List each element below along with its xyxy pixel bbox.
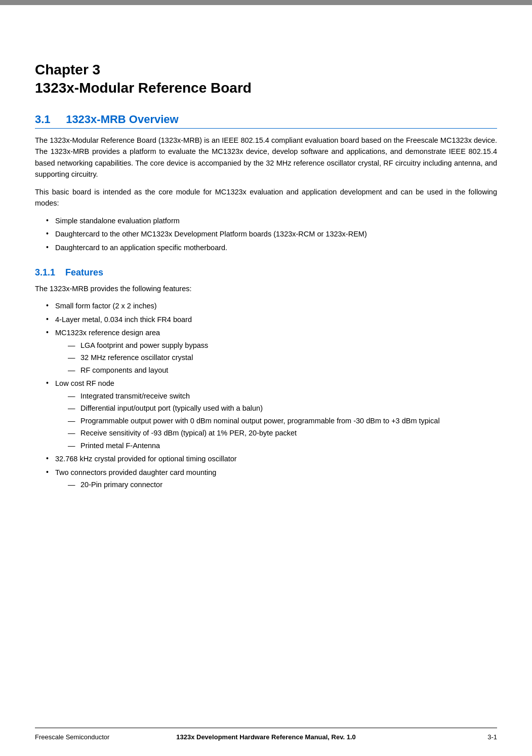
chapter-title-line1: Chapter 3 <box>35 61 497 79</box>
sub-list: 20-Pin primary connector <box>65 479 497 490</box>
section-3-1-paragraph1: The 1323x-Modular Reference Board (1323x… <box>35 135 497 180</box>
list-item: Simple standalone evaluation platform <box>55 215 497 226</box>
list-item: 20-Pin primary connector <box>65 479 497 490</box>
page: Chapter 3 1323x-Modular Reference Board … <box>0 0 532 756</box>
list-item: RF components and layout <box>65 365 497 376</box>
section-3-1-1-intro: The 1323x-MRB provides the following fea… <box>35 283 497 294</box>
footer-right-text: 3-1 <box>487 733 497 741</box>
list-item: MC1323x reference design area LGA footpr… <box>55 327 497 376</box>
list-item: LGA footprint and power supply bypass <box>65 340 497 351</box>
list-item: 4-Layer metal, 0.034 inch thick FR4 boar… <box>55 314 497 325</box>
section-3-1-paragraph2: This basic board is intended as the core… <box>35 186 497 209</box>
chapter-title-line2: 1323x-Modular Reference Board <box>35 79 497 97</box>
list-item: 32.768 kHz crystal provided for optional… <box>55 453 497 464</box>
modes-list: Simple standalone evaluation platform Da… <box>55 215 497 253</box>
footer-divider <box>35 728 497 728</box>
list-item: Differential input/output port (typicall… <box>65 403 497 414</box>
list-item: 32 MHz reference oscillator crystal <box>65 352 497 363</box>
section-3-1-heading: 3.1 1323x-MRB Overview <box>35 113 497 129</box>
list-item: Receive sensitivity of -93 dBm (typical)… <box>65 427 497 439</box>
list-item: Small form factor (2 x 2 inches) <box>55 300 497 311</box>
list-item: Daughtercard to an application specific … <box>55 242 497 253</box>
list-item: Two connectors provided daughter card mo… <box>55 467 497 491</box>
top-bar <box>0 0 532 5</box>
list-item: Daughtercard to the other MC1323x Develo… <box>55 228 497 240</box>
sub-list: LGA footprint and power supply bypass 32… <box>65 340 497 376</box>
list-item: Integrated transmit/receive switch <box>65 390 497 402</box>
features-list: Small form factor (2 x 2 inches) 4-Layer… <box>55 300 497 490</box>
list-item: Printed metal F-Antenna <box>65 440 497 451</box>
section-3-1-1-heading: 3.1.1 Features <box>35 267 497 278</box>
list-item: Low cost RF node Integrated transmit/rec… <box>55 378 497 451</box>
sub-list: Integrated transmit/receive switch Diffe… <box>65 390 497 451</box>
list-item: Programmable output power with 0 dBm nom… <box>65 415 497 426</box>
chapter-title: Chapter 3 1323x-Modular Reference Board <box>35 61 497 98</box>
footer-left-text: Freescale Semiconductor <box>35 733 109 741</box>
